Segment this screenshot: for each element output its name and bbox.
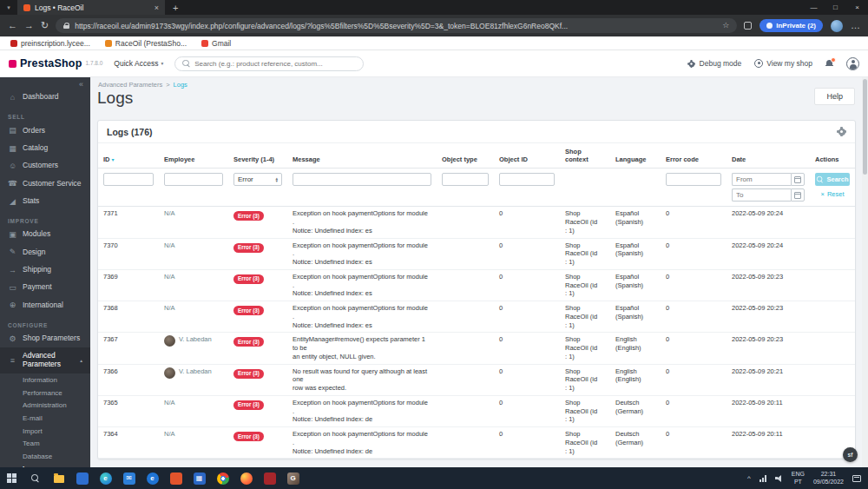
taskbar-search-button[interactable] — [23, 467, 47, 489]
browser-profile-avatar[interactable] — [831, 20, 843, 32]
favorite-star-icon[interactable]: ☆ — [722, 22, 729, 30]
submenu-item[interactable]: Import — [0, 425, 90, 438]
shop-context-cell: Shop RaceOil (id : 1) — [560, 207, 610, 237]
bookmark-item[interactable]: RaceOil (PrestaSho... — [105, 39, 187, 48]
employee-cell: N/A — [159, 239, 228, 269]
bookmark-item[interactable]: Gmail — [201, 39, 231, 48]
admin-search-input[interactable] — [194, 60, 356, 68]
back-icon[interactable]: ← — [8, 21, 17, 30]
inprivate-badge[interactable]: InPrivate (2) — [760, 19, 823, 32]
submenu-item[interactable]: E-mail — [0, 412, 90, 425]
inprivate-icon — [766, 23, 773, 29]
sidebar-item[interactable]: ✎ Design — [0, 243, 90, 261]
maximize-button[interactable]: □ — [825, 0, 846, 15]
taskbar-app-icon — [76, 472, 89, 485]
sidebar-item[interactable]: ⊕ International — [0, 296, 90, 314]
column-header-language[interactable]: Language — [610, 143, 661, 168]
sidebar-item[interactable]: → Shipping — [0, 261, 90, 279]
taskbar-app-button[interactable]: e — [141, 467, 164, 489]
calendar-icon[interactable] — [791, 173, 805, 186]
taskbar-app-button[interactable] — [234, 467, 258, 489]
network-icon[interactable] — [760, 475, 766, 482]
column-header-object-type[interactable]: Object type — [437, 143, 494, 168]
date-from-input[interactable] — [732, 173, 791, 186]
tab-close-icon[interactable]: × — [155, 3, 159, 12]
submenu-item[interactable]: Team — [0, 438, 90, 451]
date-to-input[interactable] — [732, 188, 791, 202]
profile-icon[interactable] — [846, 57, 859, 70]
notifications-bell-icon[interactable] — [825, 60, 833, 68]
sidebar-item-dashboard[interactable]: ⌂ Dashboard — [0, 89, 90, 106]
taskbar-app-button[interactable] — [258, 467, 281, 489]
profiler-toggle-button[interactable]: sf — [843, 447, 858, 462]
tab-actions-icon[interactable]: ▾ — [0, 4, 17, 11]
message-filter-input[interactable] — [293, 173, 431, 186]
taskbar-app-button[interactable] — [164, 467, 187, 489]
calendar-icon[interactable] — [791, 188, 805, 202]
severity-filter-select[interactable]: Error ▴▾ — [233, 173, 282, 186]
column-header-id[interactable]: ID▾ — [98, 143, 159, 168]
column-header-message[interactable]: Message — [287, 143, 437, 168]
employee-filter-input[interactable] — [164, 173, 223, 186]
submenu-item[interactable]: Performance — [0, 387, 90, 400]
sidebar-item[interactable]: ▭ Payment — [0, 279, 90, 296]
prestashop-logo[interactable]: PrestaShop 1.7.8.0 — [9, 57, 102, 69]
browser-menu-icon[interactable]: … — [851, 21, 860, 30]
taskbar-app-button[interactable] — [211, 467, 234, 489]
forward-icon[interactable]: → — [24, 21, 34, 30]
view-my-shop-link[interactable]: View my shop — [754, 59, 812, 68]
extensions-icon[interactable] — [744, 22, 752, 30]
minimize-button[interactable]: — — [803, 0, 825, 15]
column-header-object-id[interactable]: Object ID — [494, 143, 560, 168]
help-button[interactable]: Help — [814, 88, 855, 105]
submenu-item[interactable]: Administration — [0, 400, 90, 413]
sidebar-item[interactable]: ▤ Orders — [0, 122, 90, 139]
breadcrumb-parent[interactable]: Advanced Parameters — [98, 81, 162, 89]
language-indicator[interactable]: ENG PT — [792, 471, 805, 486]
object-type-filter-input[interactable] — [442, 173, 489, 186]
address-bar[interactable]: https://raceoil.eu/admin9173s3wgy/index.… — [56, 18, 737, 33]
volume-icon[interactable] — [775, 475, 783, 482]
scrollbar-thumb[interactable] — [863, 79, 867, 175]
sidebar-item-shop-parameters[interactable]: ⚙ Shop Parameters — [0, 330, 90, 347]
debug-mode-indicator[interactable]: Debug mode — [687, 59, 742, 69]
taskbar-app-button[interactable]: ▦ — [187, 467, 211, 489]
taskbar-clock[interactable]: 22:31 09/05/2022 — [813, 471, 844, 486]
grid-settings-icon[interactable] — [837, 127, 846, 136]
sidebar-item[interactable]: ☎ Customer Service — [0, 175, 90, 192]
submenu-item[interactable]: Database — [0, 450, 90, 463]
hidden-icons-chevron[interactable]: ^ — [747, 475, 751, 482]
sidebar-item[interactable]: ☺ Customers — [0, 157, 90, 175]
file-explorer-button[interactable] — [47, 467, 70, 489]
severity-cell: Error (3) — [228, 427, 287, 458]
submenu-item[interactable]: Information — [0, 374, 90, 387]
object-id-filter-input[interactable] — [499, 173, 555, 186]
error-code-filter-input[interactable] — [666, 173, 721, 186]
taskbar-app-button[interactable]: G — [281, 467, 305, 489]
page-scrollbar[interactable] — [862, 77, 868, 467]
notification-center-icon[interactable] — [852, 475, 861, 482]
sidebar-item[interactable]: ▣ Modules — [0, 226, 90, 243]
sidebar-collapse-icon[interactable]: « — [0, 77, 90, 89]
taskbar-app-button[interactable]: e — [94, 467, 117, 489]
close-button[interactable]: × — [846, 0, 868, 15]
start-button[interactable] — [0, 467, 23, 489]
admin-search-bar[interactable] — [174, 56, 364, 71]
bookmark-item[interactable]: preinscription.lycee... — [10, 39, 90, 48]
column-header-employee[interactable]: Employee — [159, 143, 228, 168]
taskbar-app-button[interactable] — [70, 467, 94, 489]
refresh-icon[interactable]: ↻ — [41, 21, 49, 30]
quick-access-dropdown[interactable]: Quick Access ▾ — [114, 59, 163, 68]
column-header-date[interactable]: Date — [727, 143, 810, 168]
taskbar-app-button[interactable]: ✉ — [117, 467, 141, 489]
reset-button[interactable]: × Reset — [815, 188, 850, 200]
search-button[interactable]: Search — [815, 173, 850, 186]
sidebar-item[interactable]: ▦ Catalog — [0, 140, 90, 157]
id-filter-input[interactable] — [103, 173, 154, 186]
sidebar-item[interactable]: ◢ Stats — [0, 193, 90, 210]
column-header-error-code[interactable]: Error code — [661, 143, 727, 168]
browser-tab[interactable]: Logs • RaceOil × — [17, 0, 165, 15]
column-header-severity[interactable]: Severity (1-4) — [228, 143, 287, 168]
new-tab-button[interactable]: + — [173, 3, 178, 13]
sidebar-item-advanced-parameters[interactable]: ≡ Advanced Parameters ▴ — [0, 347, 90, 373]
